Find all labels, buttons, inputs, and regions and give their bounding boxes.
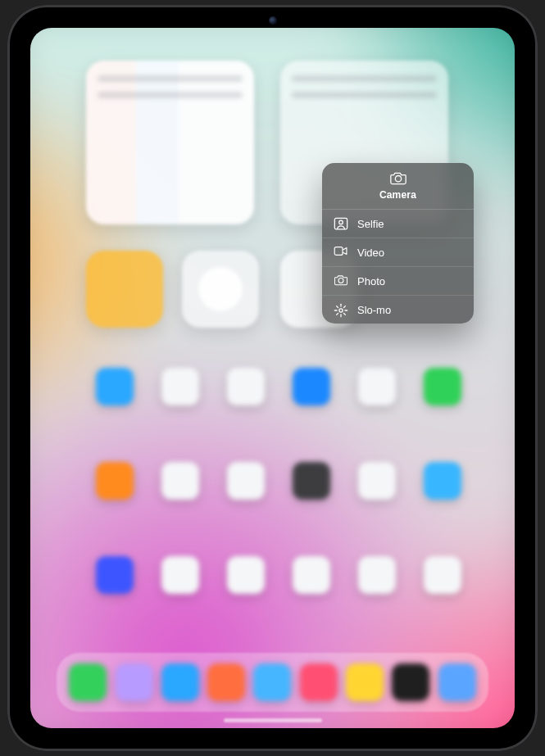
app-icon [424,368,461,405]
quick-actions-header: Camera [322,163,474,210]
dock-app-icon [392,663,429,701]
camera-icon [389,171,407,186]
dock-app-icon [69,663,107,701]
quick-action-label: Slo-mo [357,304,391,316]
app-icon [358,556,396,594]
svg-point-0 [395,176,401,182]
app-icon [227,462,265,500]
app-icon [424,556,461,594]
widget-small-notes [86,251,163,328]
app-icon [227,368,265,405]
app-icon [358,462,396,500]
home-indicator [224,718,322,722]
app-icon [358,368,396,405]
app-icon [293,368,330,405]
app-icon [96,462,134,500]
dock-app-icon [438,663,476,701]
video-icon [334,246,348,259]
app-icon [161,368,199,405]
dock-app-icon [116,663,153,701]
app-icon [424,462,461,500]
quick-action-video[interactable]: Video [322,238,474,266]
app-icon [96,556,134,594]
app-icon [96,368,134,405]
quick-action-label: Selfie [357,218,384,230]
quick-action-label: Video [357,247,384,259]
app-icon [227,556,265,594]
dock-app-icon [300,663,338,701]
screen: Camera Selfie Video [30,28,515,728]
ipad-frame: Camera Selfie Video [7,5,538,751]
dock-app-icon [346,663,384,701]
quick-action-slomo[interactable]: Slo-mo [322,295,474,324]
slomo-icon [334,303,348,316]
selfie-icon [334,217,348,230]
widget-calendar [86,61,254,224]
svg-point-4 [338,278,343,283]
quick-action-label: Photo [357,275,385,287]
svg-line-13 [344,306,346,308]
widget-small-clock [182,251,259,328]
dock-app-icon [161,663,199,701]
quick-action-selfie[interactable]: Selfie [322,210,474,238]
svg-point-2 [339,220,343,224]
dock-app-icon [207,663,245,701]
photo-icon [334,274,348,287]
svg-line-12 [337,314,338,315]
dock [57,653,488,712]
svg-line-11 [344,314,346,315]
quick-action-photo[interactable]: Photo [322,266,474,295]
camera-quick-actions-menu: Camera Selfie Video [322,163,474,324]
app-icon [161,462,199,500]
quick-actions-title: Camera [379,189,416,201]
app-icon [161,556,199,594]
svg-point-5 [339,309,343,312]
app-icon [293,556,330,594]
app-icon [293,462,330,500]
quick-actions-items: Selfie Video Photo [322,210,474,324]
svg-rect-3 [334,247,343,256]
dock-app-icon [253,663,291,701]
front-camera-dot [269,16,277,25]
svg-line-10 [337,306,338,308]
